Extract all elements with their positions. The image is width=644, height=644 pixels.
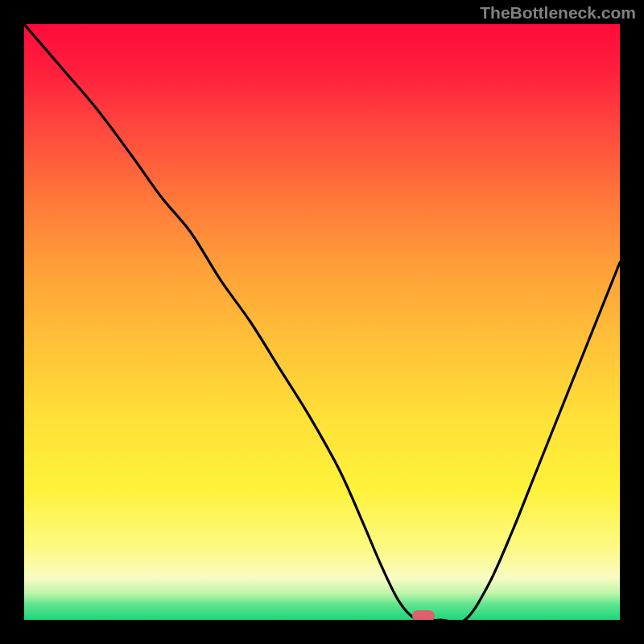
plot-area (24, 24, 620, 620)
attribution-label: TheBottleneck.com (480, 3, 636, 23)
bottleneck-curve (24, 24, 620, 620)
chart-frame: TheBottleneck.com (0, 0, 644, 644)
optimal-marker (412, 610, 435, 620)
